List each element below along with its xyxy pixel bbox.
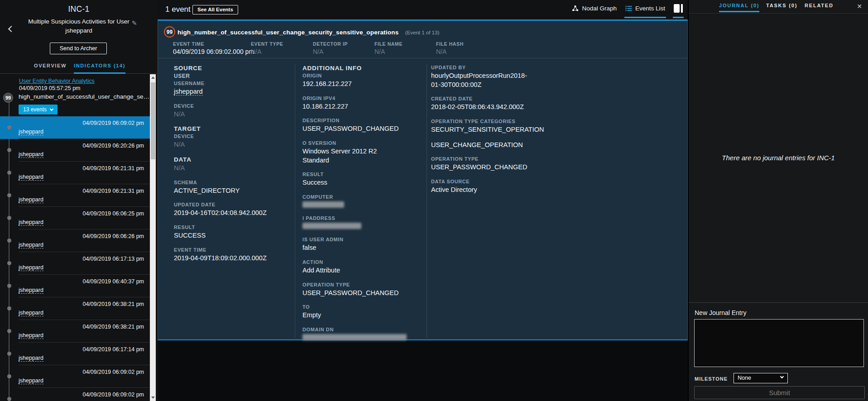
user-link[interactable]: jsheppard <box>174 88 203 95</box>
field-label: DATA SOURCE <box>431 179 550 184</box>
field-label: RESULT <box>174 224 288 230</box>
new-journal-entry-label: New Journal Entry <box>695 309 746 316</box>
event-row-user-link[interactable]: jsheppard <box>19 310 43 316</box>
event-row[interactable]: 04/09/2019 06:38:21 pmjsheppard <box>0 297 150 320</box>
nodal-graph-button[interactable]: Nodal Graph <box>571 0 618 18</box>
event-row-user-link[interactable]: jsheppard <box>19 174 43 181</box>
field-label: ORIGIN IPV4 <box>302 95 419 101</box>
incident-sidebar: INC-1 Multiple Suspicious Activities for… <box>0 0 158 401</box>
timeline-dot-icon <box>7 261 11 265</box>
event-row[interactable]: 04/09/2019 06:09:02 pmjsheppard <box>0 388 150 401</box>
event-title: high_number_of_successful_user_change_se… <box>177 29 398 36</box>
event-row[interactable]: 04/09/2019 06:21:31 pmjsheppard <box>0 184 150 207</box>
events-list-button[interactable]: Events List <box>624 0 666 18</box>
journal-panel: ✕ JOURNAL (0)TASKS (0)RELATED There are … <box>688 0 868 401</box>
scrollbar-thumb[interactable] <box>151 82 155 159</box>
field-value: 2019-04-16T02:04:08.942.000Z <box>174 209 288 217</box>
event-row-timestamp: 04/09/2019 06:38:21 pm <box>82 301 144 307</box>
event-row[interactable]: 04/09/2019 06:40:37 pmjsheppard <box>0 275 150 297</box>
milestone-label: MILESTONE <box>695 376 728 382</box>
sidebar-scrollbar[interactable] <box>150 74 156 401</box>
timeline-dot-icon <box>7 171 11 175</box>
field-label: TO <box>302 304 419 310</box>
journal-panel-tab-tasks[interactable]: TASKS (0) <box>766 3 797 11</box>
event-row-user-link[interactable]: jsheppard <box>19 129 43 135</box>
meta-item: EVENT TIME04/09/2019 06:09:02.000 pm <box>173 41 254 55</box>
section-header: ADDITIONAL INFO <box>302 65 419 72</box>
field-value: Empty <box>302 311 419 320</box>
timeline-dot-icon <box>7 352 11 356</box>
field-label: OPERATION TYPE CATEGORIES <box>431 119 550 124</box>
field-value: 10.186.212.227 <box>302 103 419 111</box>
column-divider <box>295 64 295 338</box>
milestone-select[interactable]: None <box>734 373 788 383</box>
tab-overview[interactable]: OVERVIEW <box>34 60 67 74</box>
journal-panel-tab-related[interactable]: RELATED <box>805 3 834 11</box>
submit-button[interactable]: Submit <box>694 386 865 399</box>
journal-panel-toggle-button[interactable] <box>673 0 684 18</box>
section-subheader: USER <box>174 73 288 79</box>
sidebar-tabs: OVERVIEW INDICATORS (14) <box>0 60 158 74</box>
event-row[interactable]: 04/09/2019 06:17:14 pmjsheppard <box>0 343 150 365</box>
field-label: CREATED DATE <box>431 96 550 101</box>
journal-panel-tab-journal[interactable]: JOURNAL (0) <box>719 3 759 12</box>
event-title-row: high_number_of_successful_user_change_se… <box>177 28 439 36</box>
field-label: OPERATION TYPE <box>302 282 419 287</box>
event-row-timestamp: 04/09/2019 06:09:02 pm <box>82 369 144 375</box>
field-label: DEVICE <box>174 134 288 139</box>
event-row[interactable]: 04/09/2019 06:21:31 pmjsheppard <box>0 162 150 184</box>
event-row[interactable]: 04/09/2019 06:09:02 pmjsheppard <box>0 365 150 388</box>
timeline-dot-icon <box>7 125 11 129</box>
field-value: USER_PASSWORD_CHANGED <box>302 289 419 297</box>
edit-pencil-icon[interactable]: ✎ <box>132 19 137 27</box>
event-row-user-link[interactable]: jsheppard <box>19 355 43 362</box>
event-row[interactable]: 04/09/2019 06:20:26 pmjsheppard <box>0 139 150 162</box>
event-row-user-link[interactable]: jsheppard <box>19 332 43 339</box>
back-button[interactable] <box>5 24 16 35</box>
indicator-source-link[interactable]: User Entity Behavior Analytics <box>19 78 95 84</box>
field-value: SUCCESS <box>174 232 288 240</box>
field-label: O SVERSION <box>302 140 419 146</box>
send-to-archer-button[interactable]: Send to Archer <box>50 43 107 54</box>
event-row-user-link[interactable]: jsheppard <box>19 377 43 384</box>
see-all-events-button[interactable]: See All Events <box>192 5 238 14</box>
event-row-user-link[interactable]: jsheppard <box>19 196 43 203</box>
section-header: SOURCE <box>174 65 288 72</box>
field-label: I PADDRESS <box>302 215 419 221</box>
section-header: DATA <box>174 156 288 163</box>
field-value: 2018-02-05T08:06:43.942.000Z <box>431 103 550 111</box>
event-row[interactable]: 04/09/2019 06:38:21 pmjsheppard <box>0 320 150 343</box>
field-label: DEVICE <box>174 103 288 109</box>
event-row-timestamp: 04/09/2019 06:17:14 pm <box>82 346 144 353</box>
event-row[interactable]: 04/09/2019 06:06:25 pmjsheppard <box>0 207 150 229</box>
close-icon[interactable]: ✕ <box>857 3 862 10</box>
scroll-up-arrow-icon[interactable] <box>151 76 155 79</box>
field-value: N/A <box>174 110 288 119</box>
field-value: Standard <box>302 157 419 165</box>
indicator-timestamp: 04/09/2019 05:57:25 pm <box>19 85 81 91</box>
field-label: COMPUTER <box>302 194 419 200</box>
event-row[interactable]: 04/09/2019 06:17:13 pmjsheppard <box>0 252 150 275</box>
event-row-user-link[interactable]: jsheppard <box>19 287 43 294</box>
scroll-down-arrow-icon[interactable] <box>151 396 155 399</box>
journal-entry-textarea[interactable] <box>694 319 864 367</box>
event-row-user-link[interactable]: jsheppard <box>19 242 43 248</box>
event-row[interactable]: 04/09/2019 06:06:26 pmjsheppard <box>0 229 150 252</box>
incident-response-app: INC-1 Multiple Suspicious Activities for… <box>0 0 868 401</box>
event-row-timestamp: 04/09/2019 06:40:37 pm <box>82 278 144 285</box>
tab-indicators[interactable]: INDICATORS (14) <box>74 60 125 74</box>
events-list-icon <box>625 5 632 11</box>
field-label: UPDATED BY <box>431 65 550 70</box>
milestone-selected-value: None <box>738 375 751 381</box>
event-row-user-link[interactable]: jsheppard <box>19 219 43 226</box>
events-count-toggle[interactable]: 13 events <box>19 105 58 115</box>
chevron-left-icon <box>8 26 14 32</box>
event-row[interactable]: 04/09/2019 06:09:02 pmjsheppard <box>0 116 150 139</box>
event-row-user-link[interactable]: jsheppard <box>19 264 43 271</box>
timeline-dot-icon <box>7 239 11 243</box>
meta-label: DETECTOR IP <box>313 41 348 47</box>
event-row-user-link[interactable]: jsheppard <box>19 151 43 158</box>
meta-divider <box>158 58 687 58</box>
meta-value: N/A <box>436 48 464 55</box>
events-count-label: 13 events <box>23 106 47 113</box>
